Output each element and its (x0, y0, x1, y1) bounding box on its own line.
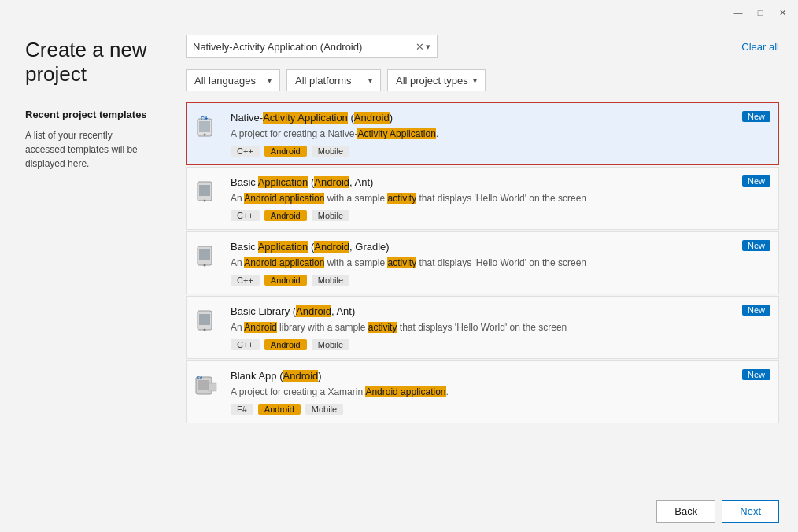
tag-mobile: Mobile (312, 210, 349, 221)
tag: F# (231, 404, 253, 415)
template-desc: An Android application with a sample act… (231, 192, 770, 205)
new-badge: New (742, 240, 770, 251)
template-body: Basic Application (Android, Ant) An Andr… (231, 175, 770, 221)
recent-templates-desc: A list of your recently accessed templat… (25, 128, 154, 171)
templates-list: C+ + Native-Activity Application (Androi… (186, 102, 779, 490)
right-panel: ✕ ▾ Clear all All languages ▾ All platfo… (173, 19, 798, 490)
svg-point-2 (204, 134, 206, 136)
tag-mobile: Mobile (312, 275, 349, 286)
filter-languages-label: All languages (194, 75, 256, 87)
tag-android: Android (264, 146, 307, 157)
template-item[interactable]: Basic Library (Android, Ant) An Android … (186, 296, 779, 359)
svg-rect-17 (209, 383, 216, 391)
new-badge: New (742, 111, 770, 122)
main-content: Create a new project Recent project temp… (0, 19, 798, 490)
svg-rect-12 (199, 314, 210, 325)
template-title: Basic Library (Android, Ant) (231, 305, 770, 319)
search-row: ✕ ▾ Clear all (186, 35, 779, 58)
search-clear-icon[interactable]: ✕ (416, 41, 424, 53)
svg-point-13 (204, 328, 206, 331)
template-icon: C+ + (193, 113, 221, 141)
template-desc: An Android library with a sample activit… (231, 321, 770, 334)
search-input[interactable] (193, 41, 416, 53)
filter-project-types-label: All project types (396, 75, 468, 87)
window: — □ ✕ Create a new project Recent projec… (0, 0, 798, 532)
svg-rect-9 (199, 249, 210, 260)
tag-mobile: Mobile (312, 146, 349, 157)
left-panel: Create a new project Recent project temp… (0, 19, 173, 490)
svg-rect-15 (198, 380, 209, 390)
svg-rect-6 (199, 185, 210, 196)
minimize-button[interactable]: — (732, 6, 744, 19)
tag: C++ (231, 210, 260, 221)
template-item[interactable]: C+ + Native-Activity Application (Androi… (186, 102, 779, 165)
template-tags: C++ Android Mobile (231, 275, 770, 286)
close-button[interactable]: ✕ (776, 6, 789, 19)
platforms-arrow-icon: ▾ (368, 76, 372, 85)
search-dropdown-icon[interactable]: ▾ (426, 42, 430, 52)
filter-platforms-label: All platforms (295, 75, 352, 87)
template-body: Basic Application (Android, Gradle) An A… (231, 240, 770, 286)
bottom-bar: Back Next (0, 490, 798, 532)
search-box[interactable]: ✕ ▾ (186, 35, 438, 58)
filter-row: All languages ▾ All platforms ▾ All proj… (186, 69, 779, 91)
tag-mobile: Mobile (305, 404, 343, 415)
tag: C++ (231, 146, 260, 157)
tag: C++ (231, 275, 260, 286)
template-item[interactable]: F# Blank App (Android) A project for cre… (186, 360, 779, 423)
template-body: Native-Activity Application (Android) A … (231, 111, 770, 157)
new-badge: New (742, 305, 770, 316)
new-badge: New (742, 175, 770, 187)
svg-point-7 (204, 199, 206, 201)
template-icon (193, 177, 221, 205)
svg-text:F#: F# (197, 375, 203, 380)
page-title: Create a new project (25, 38, 154, 87)
clear-all-button[interactable]: Clear all (741, 41, 779, 53)
filter-platforms[interactable]: All platforms ▾ (286, 69, 381, 91)
svg-point-10 (204, 264, 206, 266)
tag-android: Android (264, 339, 307, 350)
svg-rect-1 (199, 121, 210, 132)
template-tags: C++ Android Mobile (231, 339, 770, 350)
template-icon: F# (193, 371, 221, 399)
project-types-arrow-icon: ▾ (473, 76, 477, 85)
template-icon (193, 242, 221, 270)
filter-project-types[interactable]: All project types ▾ (387, 69, 486, 91)
recent-templates-label: Recent project templates (25, 109, 154, 120)
tag: C++ (231, 339, 260, 350)
filter-languages[interactable]: All languages ▾ (186, 69, 280, 91)
template-item[interactable]: Basic Application (Android, Ant) An Andr… (186, 167, 779, 230)
languages-arrow-icon: ▾ (268, 76, 272, 85)
template-tags: C++ Android Mobile (231, 146, 770, 157)
template-desc: A project for creating a Native-Activity… (231, 127, 770, 141)
template-body: Blank App (Android) A project for creati… (231, 369, 770, 415)
tag-android: Android (264, 275, 307, 286)
tag-mobile: Mobile (312, 339, 349, 350)
svg-text:+: + (205, 116, 208, 121)
tag-android: Android (264, 210, 307, 221)
template-item[interactable]: Basic Application (Android, Gradle) An A… (186, 231, 779, 294)
new-badge: New (742, 369, 770, 380)
template-title: Basic Application (Android, Ant) (231, 175, 770, 190)
tag-android: Android (258, 404, 301, 415)
template-tags: F# Android Mobile (231, 404, 770, 415)
template-icon (193, 306, 221, 334)
template-desc: An Android application with a sample act… (231, 257, 770, 270)
titlebar: — □ ✕ (0, 0, 798, 19)
template-desc: A project for creating a Xamarin.Android… (231, 386, 770, 399)
next-button[interactable]: Next (722, 500, 779, 523)
template-title: Blank App (Android) (231, 369, 770, 383)
back-button[interactable]: Back (656, 500, 715, 523)
template-title: Basic Application (Android, Gradle) (231, 240, 770, 254)
maximize-button[interactable]: □ (754, 6, 767, 19)
template-title: Native-Activity Application (Android) (231, 111, 770, 125)
template-body: Basic Library (Android, Ant) An Android … (231, 305, 770, 350)
template-tags: C++ Android Mobile (231, 210, 770, 221)
